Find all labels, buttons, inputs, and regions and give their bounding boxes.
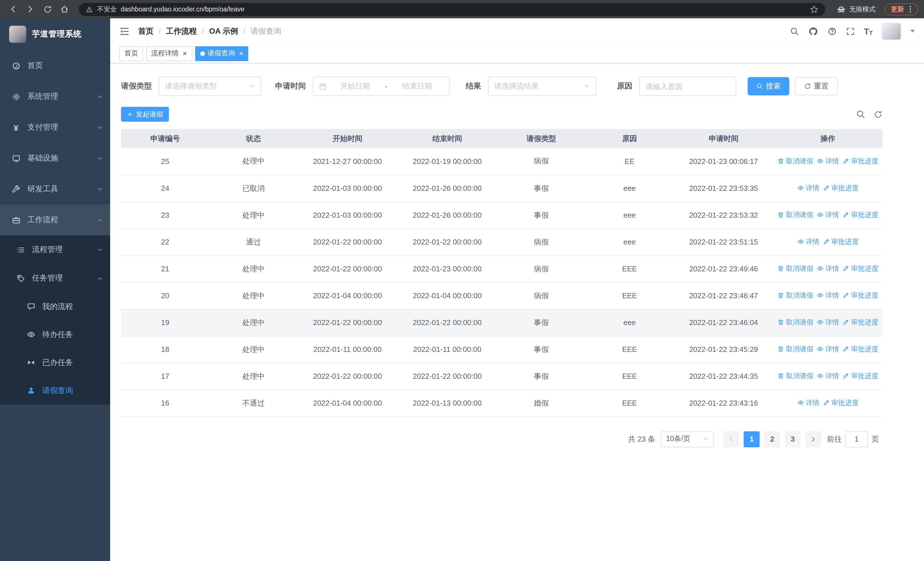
approval-progress-link[interactable]: 审批进度 [842,371,878,381]
cancel-leave-link[interactable]: 取消请假 [777,317,813,327]
tab-close-icon[interactable]: × [239,49,243,58]
reload-button[interactable] [40,2,55,17]
browser-menu-dots-icon[interactable] [906,5,914,13]
approval-progress-link[interactable]: 审批进度 [823,237,859,247]
home-button[interactable] [57,2,72,17]
table-row[interactable]: 21处理中2022-01-22 00:00:002022-01-23 00:00… [121,256,882,282]
table-row[interactable]: 17处理中2022-01-22 00:00:002022-01-22 00:00… [121,363,882,390]
breadcrumb-item-home[interactable]: 首页 [138,26,153,36]
reset-button[interactable]: 重置 [795,77,838,95]
leave-type-select[interactable]: 请选择请假类型 [159,77,261,96]
approval-progress-link[interactable]: 审批进度 [842,344,878,354]
url-text[interactable]: dashboard.yudao.iocoder.cn/bpm/oa/leave [121,6,244,12]
next-page-button[interactable] [805,431,821,447]
detail-link[interactable]: 详情 [817,264,839,274]
sidebar-item-payment-management[interactable]: ¥支付管理 [0,112,110,143]
table-row[interactable]: 25处理中2021-12-27 00:00:002022-01-19 00:00… [121,148,882,175]
breadcrumb-item-workflow[interactable]: 工作流程 [166,26,197,36]
edit-icon [823,185,830,192]
apply-time-range-picker[interactable]: 开始日期 - 结束日期 [313,77,450,96]
sidebar-item-dev-tools[interactable]: 研发工具 [0,174,110,205]
cancel-leave-link[interactable]: 取消请假 [777,291,813,301]
sidebar-item-home[interactable]: 首页 [0,50,110,81]
page-button-1[interactable]: 1 [744,431,760,447]
cancel-leave-link[interactable]: 取消请假 [777,344,813,354]
fullscreen-button[interactable] [846,27,855,36]
approval-progress-link[interactable]: 审批进度 [842,156,878,166]
table-row[interactable]: 16不通过2022-01-04 00:00:002022-01-13 00:00… [121,390,882,417]
cell-apply-time: 2022-01-22 23:53:35 [674,175,774,202]
approval-progress-link[interactable]: 审批进度 [842,210,878,220]
table-row[interactable]: 22通过2022-01-22 00:00:002022-01-22 00:00:… [121,229,882,256]
update-label[interactable]: 更新 [891,5,904,14]
detail-link[interactable]: 详情 [817,317,839,327]
back-button[interactable] [6,2,21,17]
toggle-search-button[interactable] [856,110,865,119]
detail-link[interactable]: 详情 [817,344,839,354]
approval-progress-link[interactable]: 审批进度 [823,398,859,408]
sidebar-item-leave-query[interactable]: 请假查询 [0,376,110,405]
sidebar-item-my-process[interactable]: 我的流程 [0,292,110,320]
result-select[interactable]: 请选择流结果 [488,77,596,96]
column-header: 开始时间 [298,129,398,148]
refresh-table-button[interactable] [874,110,882,119]
cancel-leave-link[interactable]: 取消请假 [777,371,813,381]
cell-actions: 取消请假详情审批进度 [773,148,882,175]
docs-help-button[interactable] [827,27,836,36]
avatar[interactable] [882,23,901,40]
approval-progress-link[interactable]: 审批进度 [842,264,878,274]
sidebar-item-task-management[interactable]: 任务管理 [0,264,110,292]
topbar: 首页/工作流程/OA 示例/请假查询 TT [110,18,924,44]
approval-progress-link[interactable]: 审批进度 [842,317,878,327]
collapse-sidebar-button[interactable] [119,26,129,36]
sidebar-item-process-management[interactable]: 流程管理 [0,235,110,264]
reason-input[interactable] [639,77,736,96]
update-chip[interactable]: 更新 [885,3,918,15]
eye-icon [817,158,824,164]
forward-button[interactable] [23,2,38,17]
tab-process-detail[interactable]: 流程详情× [146,46,192,61]
address-bar[interactable]: 不安全 dashboard.yudao.iocoder.cn/bpm/oa/le… [79,3,825,16]
cell-start-time: 2022-01-22 00:00:00 [298,363,398,390]
sidebar-item-infrastructure[interactable]: 基础设施 [0,143,110,174]
cancel-leave-link[interactable]: 取消请假 [777,210,813,220]
detail-link[interactable]: 详情 [797,398,819,408]
detail-link[interactable]: 详情 [817,291,839,301]
create-leave-button[interactable]: 发起请假 [121,107,169,122]
approval-progress-link[interactable]: 审批进度 [823,183,859,193]
header-search-button[interactable] [790,27,799,36]
table-row[interactable]: 23处理中2022-01-03 00:00:002022-01-26 00:00… [121,202,882,229]
table-row[interactable]: 20处理中2022-01-04 00:00:002022-01-04 00:00… [121,282,882,309]
breadcrumb-item-oa-example[interactable]: OA 示例 [209,26,238,36]
sidebar-item-todo-tasks[interactable]: 待办任务 [0,320,110,349]
tab-close-icon[interactable]: × [183,49,187,58]
cancel-leave-link[interactable]: 取消请假 [777,156,813,166]
detail-link[interactable]: 详情 [817,371,839,381]
prev-page-button[interactable] [723,431,739,447]
avatar-caret-icon[interactable] [910,30,915,33]
bookmark-star-icon[interactable] [810,5,818,14]
cancel-leave-link[interactable]: 取消请假 [777,264,813,274]
sidebar-item-label: 基础设施 [27,153,58,163]
goto-page-input[interactable] [845,431,868,447]
security-label[interactable]: 不安全 [97,5,117,14]
page-size-select[interactable]: 10条/页 [661,431,714,447]
detail-link[interactable]: 详情 [817,156,839,166]
sidebar-item-done-tasks[interactable]: 已办任务 [0,349,110,376]
page-button-3[interactable]: 3 [785,431,801,447]
table-row[interactable]: 24已取消2022-01-03 00:00:002022-01-26 00:00… [121,175,882,202]
github-button[interactable] [808,26,818,36]
table-row[interactable]: 18处理中2022-01-11 00:00:002022-01-11 00:00… [121,336,882,363]
tab-home[interactable]: 首页 [119,46,143,61]
detail-link[interactable]: 详情 [817,210,839,220]
detail-link[interactable]: 详情 [797,183,819,193]
search-button[interactable]: 搜索 [748,77,789,95]
sidebar-item-workflow[interactable]: 工作流程 [0,205,110,235]
tab-leave-query[interactable]: 请假查询× [195,46,248,61]
sidebar-item-system-management[interactable]: 系统管理 [0,81,110,112]
table-row[interactable]: 19处理中2022-01-22 00:00:002022-01-22 00:00… [121,309,882,336]
page-button-2[interactable]: 2 [764,431,780,447]
font-size-button[interactable]: TT [864,26,873,36]
approval-progress-link[interactable]: 审批进度 [842,291,878,301]
detail-link[interactable]: 详情 [797,237,819,247]
